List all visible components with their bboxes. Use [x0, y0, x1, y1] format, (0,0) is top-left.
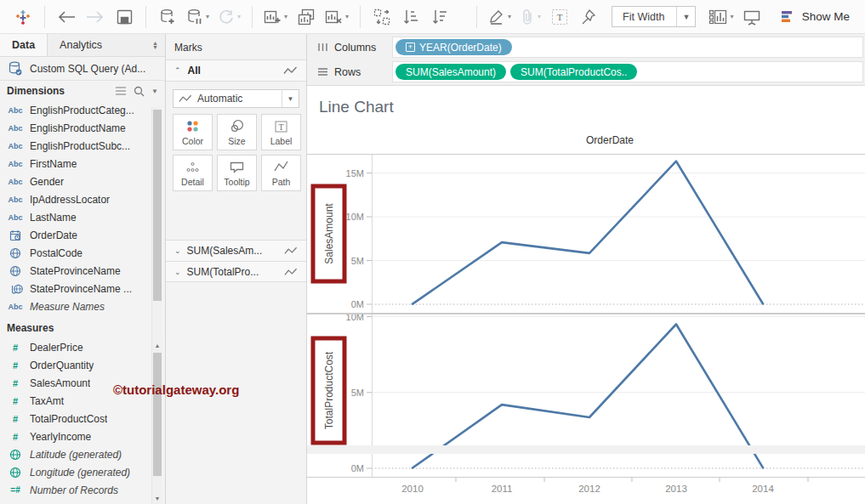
field-label: YearlyIncome [30, 431, 91, 443]
y-tick-label: 5M [351, 388, 364, 398]
marks-field-pill[interactable]: ⌄SUM(TotalPro... [166, 261, 306, 282]
geo-link-field-icon [7, 283, 24, 295]
shelf-pill[interactable]: SUM(SalesAmount) [396, 64, 506, 80]
rows-shelf-field[interactable]: SUM(SalesAmount)SUM(TotalProductCos.. [392, 61, 863, 82]
new-data-source-button[interactable] [157, 5, 178, 29]
tab-analytics[interactable]: Analytics [48, 34, 114, 56]
dimension-item[interactable]: StateProvinceName ... [0, 280, 165, 297]
dimensions-menu-caret-icon[interactable]: ▼ [151, 88, 158, 95]
dropdown-caret-icon[interactable]: ▾ [730, 13, 733, 20]
tooltip-button[interactable]: Tooltip [217, 155, 257, 191]
redo-button[interactable] [85, 5, 105, 29]
measure-item[interactable]: Latitude (generated) [0, 445, 165, 463]
expand-icon[interactable]: ⌄ [174, 268, 181, 276]
measures-header: Measures [0, 318, 165, 338]
dropdown-caret-icon[interactable]: ▾ [206, 13, 209, 20]
color-button[interactable]: Color [173, 114, 213, 150]
expand-icon[interactable]: ⌄ [174, 246, 181, 255]
pause-auto-updates-button[interactable]: ▾ [186, 5, 209, 29]
dimension-item[interactable]: StateProvinceName [0, 262, 165, 280]
sheet-bottom-strip [307, 445, 865, 454]
swap-rows-columns-button[interactable] [372, 5, 392, 29]
fit-selector-caret-icon[interactable]: ▼ [676, 7, 695, 26]
mark-type-caret-icon[interactable]: ▼ [282, 90, 299, 107]
tooltip-icon [229, 160, 245, 174]
dimension-item[interactable]: AbcIpAddressLocator [0, 190, 165, 208]
dimension-item[interactable]: AbcEnglishProductCateg... [0, 101, 165, 119]
num-field-icon: # [7, 414, 24, 424]
line-mark-icon [283, 63, 298, 78]
scroll-up-icon[interactable]: ▲ [152, 340, 162, 351]
scroll-down-icon[interactable]: ▼ [152, 493, 162, 504]
label-icon: T [273, 119, 289, 133]
dimension-item[interactable]: AbcLastName [0, 208, 165, 226]
tab-data[interactable]: Data [0, 34, 48, 56]
new-worksheet-button[interactable]: ▾ [264, 5, 287, 29]
fix-axes-button[interactable] [578, 5, 599, 29]
detail-button[interactable]: Detail [173, 155, 213, 191]
tableau-logo-icon [13, 5, 33, 29]
field-label: FirstName [30, 158, 77, 170]
sort-descending-button[interactable] [430, 5, 450, 29]
size-button[interactable]: Size [217, 114, 257, 150]
highlight-button[interactable]: ▾ [488, 5, 511, 29]
measure-item[interactable]: #OrderQuantity [0, 356, 165, 374]
show-me-label: Show Me [802, 10, 850, 23]
dropdown-caret-icon[interactable]: ▾ [508, 13, 511, 20]
dimension-item[interactable]: OrderDate [0, 226, 165, 244]
columns-shelf-field[interactable]: +YEAR(OrderDate) [392, 37, 863, 58]
measure-item[interactable]: #TotalProductCost [0, 410, 165, 428]
dropdown-caret-icon[interactable]: ▾ [345, 13, 349, 20]
text-field-icon: Abc [7, 124, 24, 133]
view-as-list-icon[interactable] [115, 86, 127, 96]
path-button[interactable]: Path [261, 155, 301, 191]
clear-sheet-button[interactable]: ▾ [325, 5, 349, 29]
num-calc-field-icon: =# [7, 485, 24, 495]
dimension-item[interactable]: AbcEnglishProductName [0, 119, 165, 137]
dimension-item[interactable]: AbcMeasure Names [0, 297, 165, 315]
measure-item[interactable]: #YearlyIncome [0, 428, 165, 445]
duplicate-sheet-button[interactable] [296, 5, 316, 29]
dimension-item[interactable]: PostalCode [0, 244, 165, 262]
show-me-button[interactable]: Show Me [782, 10, 856, 23]
measure-item[interactable]: Longitude (generated) [0, 463, 165, 481]
marks-field-pill[interactable]: ⌄SUM(SalesAm... [166, 240, 306, 261]
presentation-mode-button[interactable] [742, 5, 762, 29]
dimension-item[interactable]: AbcFirstName [0, 155, 165, 173]
line-mark-icon [174, 91, 197, 106]
collapse-icon[interactable]: ⌃ [174, 66, 181, 75]
field-label: OrderQuantity [30, 360, 94, 371]
fit-selector[interactable]: Fit Width ▼ [612, 6, 696, 27]
num-field-icon: # [7, 343, 24, 353]
dimension-item[interactable]: AbcGender [0, 173, 165, 190]
scrollbar-thumb[interactable] [153, 353, 162, 476]
datasource-item[interactable]: Custom SQL Query (Ad... [0, 57, 165, 81]
mark-type-dropdown[interactable]: Automatic ▼ [173, 89, 299, 108]
marks-card-all[interactable]: ⌃ All [166, 59, 306, 82]
dimension-item[interactable]: AbcEnglishProductSubc... [0, 137, 165, 155]
shelf-pill[interactable]: SUM(TotalProductCos.. [510, 64, 637, 80]
y-axis-label: SalesAmount [323, 203, 335, 264]
fit-selector-value[interactable]: Fit Width [612, 11, 676, 23]
show-mark-labels-button[interactable]: T [549, 5, 570, 29]
chart-pane-salesamount[interactable]: 0M5M10M15MSalesAmount [307, 154, 865, 314]
geo-field-icon [7, 247, 24, 259]
save-button[interactable] [114, 5, 134, 29]
find-field-icon[interactable] [134, 86, 145, 97]
measures-scrollbar[interactable]: ▲ ▼ [151, 340, 162, 504]
expand-date-icon[interactable]: + [406, 42, 415, 52]
x-tick-label: 2014 [752, 484, 774, 494]
dropdown-caret-icon[interactable]: ▾ [284, 13, 287, 20]
scrollbar-thumb[interactable] [153, 110, 162, 301]
sort-ascending-button[interactable] [401, 5, 421, 29]
label-button[interactable]: TLabel [261, 114, 301, 150]
dimensions-header: Dimensions ▼ [0, 81, 165, 101]
show-hide-cards-button[interactable]: ▾ [709, 5, 733, 29]
sort-fields-icon[interactable]: ▲▼ [145, 34, 165, 56]
measure-item[interactable]: #DealerPrice [0, 338, 165, 356]
shelf-pill[interactable]: +YEAR(OrderDate) [396, 39, 512, 55]
field-label: LastName [30, 212, 77, 224]
dimensions-scrollbar[interactable]: ▼ [151, 107, 162, 359]
measure-item[interactable]: =#Number of Records [0, 481, 165, 499]
undo-button[interactable] [56, 5, 77, 29]
